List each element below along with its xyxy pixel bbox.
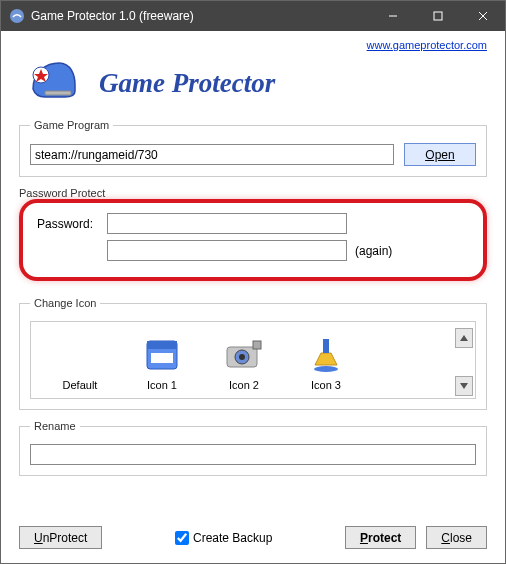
svg-rect-13 [253, 341, 261, 349]
password-protect-group: Password Protect Password: (again) [19, 187, 487, 287]
app-icon [9, 8, 25, 24]
unprotect-button[interactable]: UnProtect [19, 526, 102, 549]
game-path-input[interactable] [30, 144, 394, 165]
app-title: Game Protector [99, 68, 275, 99]
website-link-container: www.gameprotector.com [19, 39, 487, 51]
svg-point-12 [239, 354, 245, 360]
password-label: Password: [37, 217, 107, 231]
change-icon-group: Change Icon Default Icon 1 Icon 2 [19, 297, 487, 410]
rename-input[interactable] [30, 444, 476, 465]
close-button-footer[interactable]: Close [426, 526, 487, 549]
password-input[interactable] [107, 213, 347, 234]
create-backup-checkbox[interactable]: Create Backup [175, 531, 272, 545]
password-again-label: (again) [355, 244, 392, 258]
helmet-logo-icon [25, 55, 81, 111]
close-button[interactable] [460, 1, 505, 31]
window-title: Game Protector 1.0 (freeware) [31, 9, 370, 23]
game-program-group: Game Program Open [19, 119, 487, 177]
rename-group: Rename [19, 420, 487, 476]
svg-rect-9 [151, 353, 173, 363]
branding: Game Protector [19, 53, 487, 119]
svg-point-15 [314, 366, 338, 372]
rename-legend: Rename [30, 420, 80, 432]
game-program-legend: Game Program [30, 119, 113, 131]
scroll-down-button[interactable] [455, 376, 473, 396]
change-icon-legend: Change Icon [30, 297, 100, 309]
protect-button[interactable]: Protect [345, 526, 416, 549]
maximize-button[interactable] [415, 1, 460, 31]
open-button[interactable]: Open [404, 143, 476, 166]
icon-scrollbar [455, 328, 473, 396]
svg-rect-14 [323, 339, 329, 353]
password-highlight-box: Password: (again) [19, 199, 487, 281]
website-link[interactable]: www.gameprotector.com [367, 39, 487, 51]
svg-rect-8 [147, 341, 177, 349]
camera-icon [223, 333, 265, 375]
svg-point-0 [10, 9, 24, 23]
titlebar: Game Protector 1.0 (freeware) [1, 1, 505, 31]
password-confirm-input[interactable] [107, 240, 347, 261]
scroll-up-button[interactable] [455, 328, 473, 348]
password-protect-legend: Password Protect [19, 187, 105, 199]
icon-option-default[interactable]: Default [39, 333, 121, 391]
create-backup-input[interactable] [175, 531, 189, 545]
svg-rect-5 [45, 91, 71, 95]
footer-buttons: UnProtect Create Backup Protect Close [19, 526, 487, 549]
minimize-button[interactable] [370, 1, 415, 31]
folder-icon [141, 333, 183, 375]
icon-option-2[interactable]: Icon 2 [203, 333, 285, 391]
svg-rect-2 [434, 12, 442, 20]
app-window: Game Protector 1.0 (freeware) www.gamepr… [0, 0, 506, 564]
brush-icon [305, 333, 347, 375]
icon-option-3[interactable]: Icon 3 [285, 333, 367, 391]
icon-list: Default Icon 1 Icon 2 [30, 321, 476, 399]
icon-option-1[interactable]: Icon 1 [121, 333, 203, 391]
